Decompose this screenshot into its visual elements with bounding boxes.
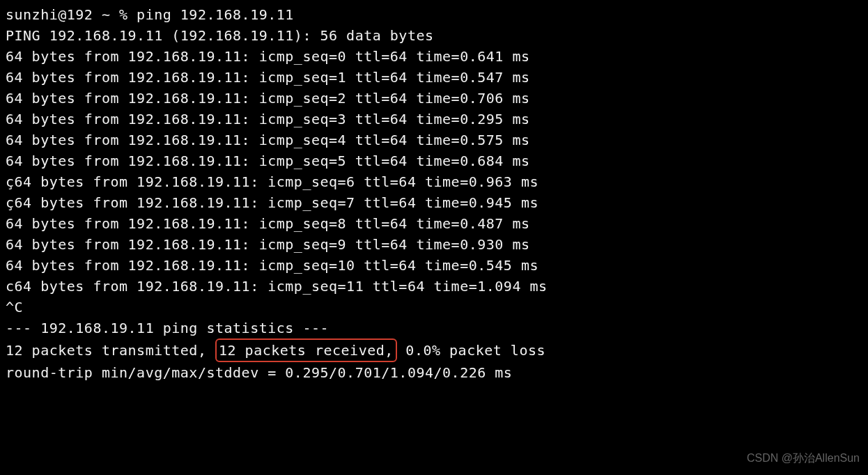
ping-reply: 64 bytes from 192.168.19.11: icmp_seq=0 … <box>6 46 862 67</box>
packets-received-highlight: 12 packets received, <box>215 338 397 362</box>
ping-reply: 64 bytes from 192.168.19.11: icmp_seq=10… <box>6 255 862 276</box>
watermark-text: CSDN @孙治AllenSun <box>747 450 860 467</box>
stats-header: --- 192.168.19.11 ping statistics --- <box>6 318 862 338</box>
ping-reply: c64 bytes from 192.168.19.11: icmp_seq=1… <box>6 276 862 297</box>
ping-reply: 64 bytes from 192.168.19.11: icmp_seq=9 … <box>6 234 862 255</box>
ping-reply: 64 bytes from 192.168.19.11: icmp_seq=5 … <box>6 150 862 171</box>
command-prompt-line: sunzhi@192 ~ % ping 192.168.19.11 <box>6 4 862 25</box>
ping-reply: ç64 bytes from 192.168.19.11: icmp_seq=6… <box>6 171 862 192</box>
ping-reply: 64 bytes from 192.168.19.11: icmp_seq=8 … <box>6 213 862 234</box>
interrupt-signal: ^C <box>6 297 862 318</box>
ping-reply: 64 bytes from 192.168.19.11: icmp_seq=4 … <box>6 130 862 150</box>
packets-transmitted-text: 12 packets transmitted, <box>6 342 215 359</box>
ping-header: PING 192.168.19.11 (192.168.19.11): 56 d… <box>6 25 862 46</box>
ping-reply: 64 bytes from 192.168.19.11: icmp_seq=1 … <box>6 67 862 88</box>
stats-summary-line: 12 packets transmitted, 12 packets recei… <box>6 338 862 362</box>
packet-loss-text: 0.0% packet loss <box>397 342 545 359</box>
terminal-output[interactable]: sunzhi@192 ~ % ping 192.168.19.11 PING 1… <box>6 4 862 383</box>
ping-reply: 64 bytes from 192.168.19.11: icmp_seq=2 … <box>6 88 862 109</box>
rtt-stats-line: round-trip min/avg/max/stddev = 0.295/0.… <box>6 362 862 383</box>
ping-reply: ç64 bytes from 192.168.19.11: icmp_seq=7… <box>6 192 862 213</box>
ping-reply: 64 bytes from 192.168.19.11: icmp_seq=3 … <box>6 109 862 130</box>
